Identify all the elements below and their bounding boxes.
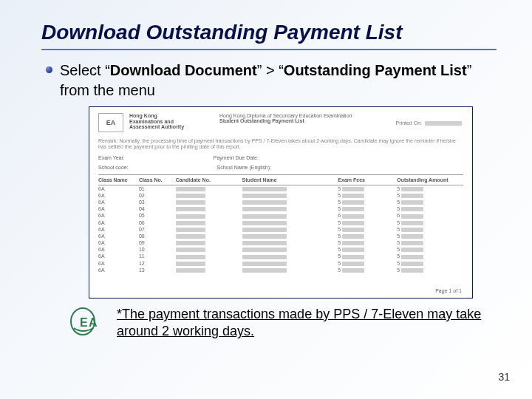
redacted-bar <box>176 221 205 225</box>
redacted-bar <box>176 241 205 245</box>
school-name-en-label: School Name (English): <box>216 165 271 170</box>
redacted-bar <box>176 262 205 266</box>
cell-classno: 12 <box>139 261 176 266</box>
cell-class: 6A <box>98 233 139 239</box>
cell-fees: 5 <box>338 186 397 191</box>
cell-classno: 10 <box>139 247 176 252</box>
redacted-bar <box>242 207 287 211</box>
cell-classno: 06 <box>139 220 176 225</box>
hkeaa-org-name: Hong Kong Examinations and Assessment Au… <box>129 113 184 130</box>
bullet-text: Select “Download Document” > “Outstandin… <box>60 61 497 100</box>
redacted-bar <box>176 214 205 219</box>
redacted-bar <box>401 194 423 198</box>
cell-sname <box>242 193 338 198</box>
redacted-bar <box>176 234 205 239</box>
cell-classno: 09 <box>139 240 176 245</box>
redacted-bar <box>342 207 364 211</box>
redacted-bar <box>401 262 423 266</box>
table-row: 6A065 5 <box>98 219 463 226</box>
redacted-bar <box>342 234 364 239</box>
col-student-name: Student Name <box>242 177 338 183</box>
table-row: 6A125 5 <box>98 260 463 267</box>
redacted-bar <box>342 241 364 245</box>
cell-fees: 5 <box>338 200 397 205</box>
table-body: 6A015 5 6A025 5 6A035 5 6A045 5 6A056 6 … <box>98 185 463 273</box>
cell-class: 6A <box>98 206 139 211</box>
bullet-bold-1: Download Document <box>110 62 257 78</box>
cell-fees: 5 <box>338 227 397 232</box>
cell-sname <box>242 220 338 225</box>
redacted-bar <box>176 187 205 191</box>
bullet-prefix: Select “ <box>60 62 110 78</box>
redacted-bar <box>176 255 205 259</box>
redacted-bar <box>342 214 364 219</box>
cell-class: 6A <box>98 193 139 198</box>
cell-class: 6A <box>98 267 139 273</box>
cell-outstanding: 5 <box>397 261 463 266</box>
org-line1: Hong Kong <box>129 113 184 119</box>
redacted-bar <box>342 268 364 273</box>
bullet-item: Select “Download Document” > “Outstandin… <box>46 61 497 100</box>
cell-candno <box>176 267 242 273</box>
cell-candno <box>176 220 242 225</box>
redacted-bar <box>242 200 287 205</box>
cell-sname <box>242 261 338 266</box>
report-screenshot: EA Hong Kong Examinations and Assessment… <box>89 106 473 299</box>
redacted-bar <box>401 241 423 245</box>
cell-outstanding: 5 <box>397 253 463 259</box>
redacted-bar <box>242 214 287 219</box>
redacted-bar <box>342 255 364 259</box>
cell-sname <box>242 267 338 273</box>
redacted-bar <box>342 187 364 191</box>
cell-outstanding: 5 <box>397 227 463 232</box>
cell-candno <box>176 213 242 218</box>
cell-candno <box>176 193 242 198</box>
cell-fees: 5 <box>338 193 397 198</box>
cell-outstanding: 5 <box>397 200 463 205</box>
redacted-bar <box>401 255 423 259</box>
cell-classno: 04 <box>139 206 176 211</box>
org-line3: Assessment Authority <box>129 124 184 130</box>
title-rule <box>41 49 497 50</box>
col-class-name: Class Name <box>98 177 139 183</box>
cell-class: 6A <box>98 261 139 266</box>
cell-classno: 05 <box>139 213 176 218</box>
redacted-bar <box>176 200 205 205</box>
redacted-bar <box>242 194 287 198</box>
hkeaa-logo-icon: EA <box>98 113 123 132</box>
table-row: 6A085 5 <box>98 233 463 239</box>
cell-outstanding: 5 <box>397 233 463 239</box>
table-row: 6A056 6 <box>98 212 463 219</box>
table-row: 6A045 5 <box>98 205 463 212</box>
cell-outstanding: 5 <box>397 240 463 245</box>
cell-candno <box>176 186 242 191</box>
table-row: 6A095 5 <box>98 239 463 246</box>
report-title-block: Hong Kong Diploma of Secondary Education… <box>219 113 352 123</box>
printed-label: Printed On: <box>396 120 422 126</box>
cell-fees: 5 <box>338 206 397 211</box>
svg-text:E: E <box>80 316 88 329</box>
exam-year-label: Exam Year: <box>98 155 125 160</box>
cell-candno <box>176 240 242 245</box>
redacted-bar <box>176 228 205 232</box>
redacted-bar <box>401 214 423 219</box>
table-row: 6A035 5 <box>98 199 463 205</box>
cell-candno <box>176 227 242 232</box>
redacted-bar <box>342 194 364 198</box>
payment-due-label: Payment Due Date: <box>214 155 259 160</box>
table-row: 6A135 5 <box>98 267 463 273</box>
cell-sname <box>242 253 338 259</box>
cell-class: 6A <box>98 220 139 225</box>
redacted-bar <box>401 187 423 191</box>
cell-candno <box>176 200 242 205</box>
cell-class: 6A <box>98 253 139 259</box>
cell-sname <box>242 227 338 232</box>
redacted-bar <box>401 221 423 225</box>
redacted-bar <box>401 207 423 211</box>
redacted-bar <box>176 194 205 198</box>
redacted-bar <box>401 228 423 232</box>
cell-classno: 08 <box>139 233 176 239</box>
table-row: 6A015 5 <box>98 185 463 192</box>
redacted-bar <box>242 268 287 273</box>
cell-class: 6A <box>98 247 139 252</box>
